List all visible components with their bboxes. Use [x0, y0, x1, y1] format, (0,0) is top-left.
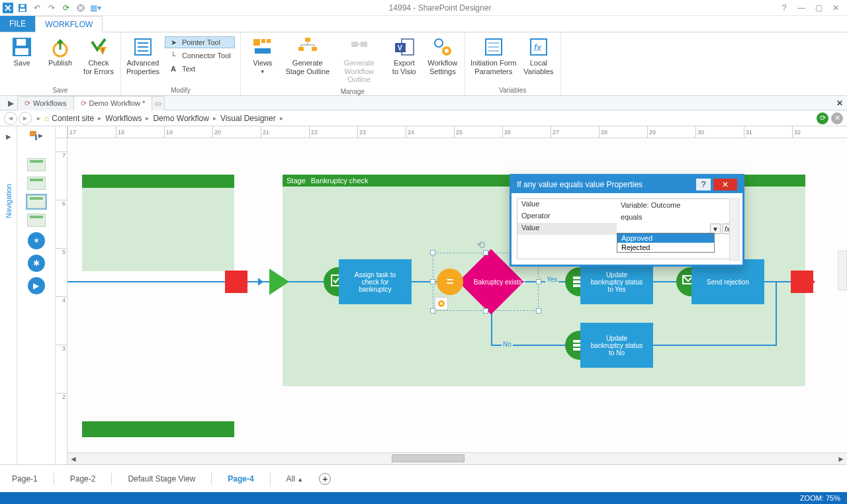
refresh-button[interactable]: ⟳ [817, 112, 828, 124]
assign-task-box[interactable]: Assign task to check for bankruptcy [339, 259, 412, 304]
selection-handle[interactable] [483, 250, 488, 255]
arrowhead-icon [258, 278, 263, 286]
chevron-right-icon[interactable]: ▶ [6, 133, 11, 140]
end-triangle[interactable] [802, 271, 815, 293]
publish-button[interactable]: Publish [42, 34, 78, 85]
option-approved[interactable]: Approved [617, 233, 714, 243]
option-rejected[interactable]: Rejected [617, 243, 714, 252]
page-tab-2[interactable]: Page-2 [66, 472, 100, 486]
shapes-tool-icon[interactable]: ▶ [30, 130, 43, 141]
equals-icon[interactable]: = [437, 269, 463, 295]
crumb-visual-designer[interactable]: Visual Designer [220, 114, 276, 123]
selection-handle[interactable] [483, 308, 488, 314]
page-tab-default-stage[interactable]: Default Stage View [124, 472, 199, 486]
crumb-site[interactable]: Content site [52, 114, 94, 123]
svg-point-45 [440, 302, 443, 305]
stage-shape-3[interactable] [27, 195, 46, 208]
save-icon[interactable] [17, 3, 28, 13]
minimize-icon[interactable]: — [797, 3, 806, 13]
views-button[interactable]: Views▼ [245, 34, 281, 87]
home-icon[interactable]: ⌂ [44, 114, 49, 123]
save-button[interactable]: Save [4, 34, 40, 85]
stage-shape-2[interactable] [27, 177, 46, 190]
initiation-form-parameters-button[interactable]: Initiation Form Parameters [469, 34, 518, 85]
pointer-tool-button[interactable]: ➤Pointer Tool [165, 36, 235, 48]
doc-tab-demo-workflow[interactable]: ⟳Demo Workflow * [73, 96, 153, 110]
shape-start-icon[interactable]: ✶ [28, 232, 45, 249]
page-tab-all[interactable]: All ▲ [283, 472, 308, 486]
svg-rect-15 [261, 39, 265, 43]
navigation-label[interactable]: Navigation [5, 184, 13, 218]
stage-shape-4[interactable] [27, 214, 46, 227]
nav-forward-button[interactable]: ► [19, 112, 32, 125]
shape-merge-icon[interactable]: ✱ [28, 255, 45, 272]
tabs-expander[interactable]: ▶ [4, 99, 17, 108]
prop-row-value[interactable]: Value Variable: Outcome [517, 199, 736, 211]
app-icon[interactable] [3, 3, 13, 13]
selection-handle[interactable] [430, 250, 435, 255]
page-tabs: Page-1 Page-2 Default Stage View Page-4 … [0, 464, 847, 492]
properties-scrollbar[interactable] [729, 198, 740, 261]
local-variables-button[interactable]: fxLocal Variables [521, 34, 557, 85]
terminator-left[interactable] [225, 271, 247, 293]
close-tabs-icon[interactable]: ✕ [836, 99, 843, 108]
canvas[interactable]: StageBankruptcy check Assign task to che… [67, 138, 847, 452]
stage-box-bottom[interactable] [82, 421, 234, 437]
quick-access-toolbar: ↶ ↷ ⟳ ▦▾ [3, 3, 101, 13]
shape-play-icon[interactable]: ▶ [28, 277, 45, 294]
connector-tool-button[interactable]: └Connector Tool [165, 50, 235, 62]
scrollbar-thumb[interactable] [392, 454, 465, 462]
help-button[interactable]: ? [696, 179, 711, 190]
close-icon[interactable]: ✕ [831, 3, 840, 13]
horizontal-scrollbar[interactable]: ◄ ► [67, 452, 847, 464]
document-icon: ▭ [155, 99, 161, 108]
zoom-status[interactable]: ZOOM: 75% [800, 494, 840, 502]
crumb-demo-workflow[interactable]: Demo Workflow [153, 114, 208, 123]
close-button[interactable]: ✕ [713, 179, 737, 190]
refresh-icon: ⟳ [81, 99, 87, 108]
flow-label-no: No [502, 341, 513, 348]
generate-stage-outline-button[interactable]: Generate Stage Outline [283, 34, 332, 87]
redo-icon[interactable]: ↷ [46, 3, 57, 13]
tab-workflow[interactable]: WORKFLOW [35, 16, 103, 32]
pan-right-handle[interactable] [838, 251, 847, 290]
stop-button[interactable]: ✕ [831, 112, 843, 124]
browser-icon[interactable]: ▦▾ [90, 3, 101, 13]
undo-icon[interactable]: ↶ [32, 3, 42, 13]
selection-handle[interactable] [536, 308, 541, 314]
scroll-left-icon[interactable]: ◄ [67, 453, 79, 464]
selection-handle[interactable] [430, 279, 435, 284]
refresh-icon[interactable]: ⟳ [61, 3, 71, 13]
page-tab-1[interactable]: Page-1 [8, 472, 42, 486]
stop-icon[interactable] [75, 3, 86, 13]
maximize-icon[interactable]: ▢ [814, 3, 823, 13]
window-controls: ? — ▢ ✕ [780, 3, 844, 13]
start-triangle[interactable] [269, 269, 289, 295]
cursor-icon: ➤ [169, 38, 178, 47]
action-tag-icon[interactable] [435, 297, 448, 310]
nav-back-button[interactable]: ◄ [4, 112, 17, 125]
scroll-right-icon[interactable]: ► [835, 453, 847, 464]
update-no-box[interactable]: Update bankruptcy status to No [580, 323, 653, 368]
new-tab-button[interactable]: ▭ [152, 96, 165, 110]
svg-rect-20 [312, 47, 317, 51]
add-page-button[interactable]: + [319, 473, 331, 485]
prop-row-operator[interactable]: Operator equals [517, 211, 736, 223]
export-visio-button[interactable]: VExport to Visio [386, 34, 422, 87]
generate-workflow-outline-button: Generate Workflow Outline [335, 34, 384, 87]
doc-tab-workflows[interactable]: ⟳Workflows [17, 96, 74, 110]
text-tool-button[interactable]: AText [165, 63, 235, 75]
svg-rect-17 [255, 48, 271, 54]
stage-box-left[interactable] [82, 175, 234, 271]
help-icon[interactable]: ? [780, 3, 789, 13]
tab-file[interactable]: FILE [0, 16, 35, 32]
selection-handle[interactable] [536, 279, 541, 284]
crumb-workflows[interactable]: Workflows [105, 114, 142, 123]
advanced-properties-button[interactable]: Advanced Properties [125, 34, 161, 85]
workflow-settings-button[interactable]: Workflow Settings [425, 34, 461, 87]
page-tab-4[interactable]: Page-4 [224, 472, 257, 486]
check-errors-button[interactable]: ! Check for Errors [81, 34, 116, 85]
stage-shape-1[interactable] [27, 158, 46, 171]
shapes-panel: ▶ ✶ ✱ ▶ [17, 126, 56, 464]
selection-handle[interactable] [430, 308, 435, 314]
